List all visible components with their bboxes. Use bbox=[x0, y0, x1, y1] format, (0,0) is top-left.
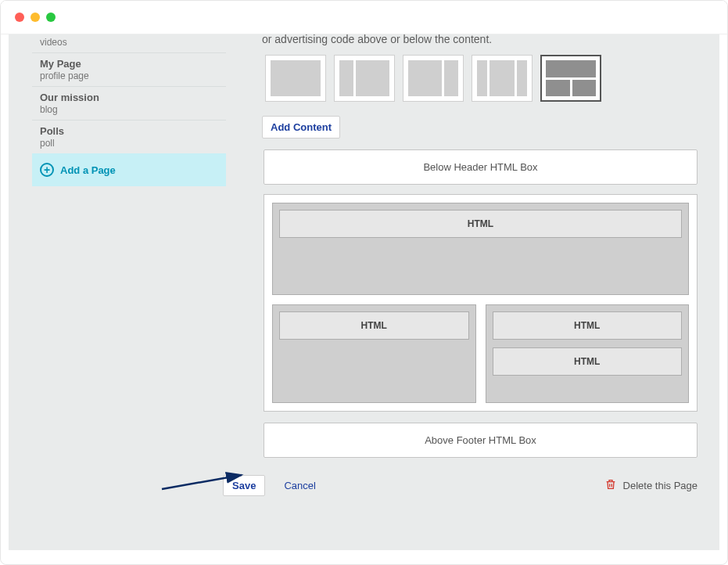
below-header-html-box[interactable]: Below Header HTML Box bbox=[264, 149, 698, 185]
window-minimize-dot[interactable] bbox=[30, 13, 40, 22]
layout-option-right-sidebar[interactable] bbox=[403, 55, 464, 102]
delete-page-label: Delete this Page bbox=[623, 480, 698, 491]
sidebar-item-sub: blog bbox=[40, 104, 218, 115]
sidebar-item-polls[interactable]: Polls poll bbox=[32, 120, 226, 154]
sidebar-item-our-mission[interactable]: Our mission blog bbox=[32, 86, 226, 121]
save-button[interactable]: Save bbox=[223, 475, 265, 496]
app-body: videos My Page profile page Our mission … bbox=[9, 34, 719, 550]
layout-option-3col[interactable] bbox=[472, 55, 533, 102]
main-panel: or advertising code above or below the c… bbox=[262, 34, 698, 550]
sidebar-item-videos[interactable]: videos bbox=[32, 37, 226, 53]
canvas-region-top[interactable]: HTML bbox=[272, 203, 689, 295]
above-footer-html-box[interactable]: Above Footer HTML Box bbox=[264, 423, 698, 458]
canvas-region-bottom-left[interactable]: HTML bbox=[272, 304, 476, 403]
layout-thumbnail-row bbox=[265, 55, 698, 102]
html-block[interactable]: HTML bbox=[279, 210, 682, 238]
add-page-label: Add a Page bbox=[60, 164, 116, 176]
footer-actions: Save Cancel Delete this Page bbox=[262, 475, 698, 518]
add-page-button[interactable]: + Add a Page bbox=[32, 153, 226, 186]
layout-canvas: HTML HTML HTML HTML bbox=[264, 194, 698, 412]
sidebar-item-sub: videos bbox=[40, 37, 218, 48]
sidebar-item-sub: poll bbox=[40, 138, 218, 149]
sidebar-item-sub: profile page bbox=[40, 70, 218, 81]
description-text-truncated: or advertising code above or below the c… bbox=[262, 34, 698, 45]
plus-circle-icon: + bbox=[40, 163, 54, 177]
html-block[interactable]: HTML bbox=[279, 311, 469, 340]
canvas-region-bottom-right[interactable]: HTML HTML bbox=[486, 304, 690, 403]
sidebar-item-title: My Page bbox=[40, 58, 218, 70]
layout-option-header-2col[interactable] bbox=[540, 55, 601, 102]
trash-icon bbox=[604, 477, 617, 494]
sidebar-item-my-page[interactable]: My Page profile page bbox=[32, 52, 226, 87]
sidebar-item-title: Our mission bbox=[40, 92, 218, 103]
window-close-dot[interactable] bbox=[15, 13, 24, 22]
html-block[interactable]: HTML bbox=[493, 311, 683, 340]
layout-option-left-sidebar[interactable] bbox=[334, 55, 395, 102]
add-content-button[interactable]: Add Content bbox=[262, 116, 340, 139]
window-maximize-dot[interactable] bbox=[46, 13, 56, 22]
sidebar: videos My Page profile page Our mission … bbox=[32, 36, 226, 550]
window-titlebar bbox=[1, 1, 727, 34]
cancel-link[interactable]: Cancel bbox=[284, 480, 315, 491]
delete-page-link[interactable]: Delete this Page bbox=[604, 477, 698, 494]
sidebar-item-title: Polls bbox=[40, 125, 218, 137]
html-block[interactable]: HTML bbox=[493, 347, 683, 376]
browser-window: videos My Page profile page Our mission … bbox=[0, 0, 728, 565]
layout-option-1col[interactable] bbox=[265, 55, 326, 102]
